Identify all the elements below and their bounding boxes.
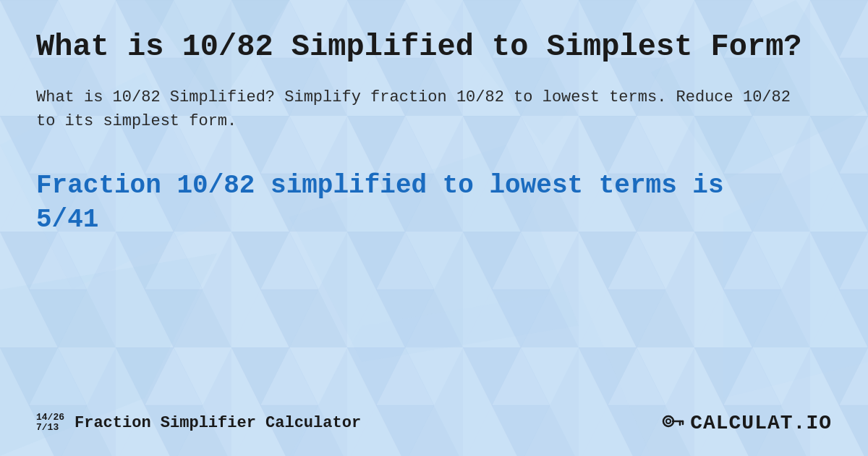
page-title: What is 10/82 Simplified to Simplest For… xyxy=(36,29,832,65)
result-heading: Fraction 10/82 simplified to lowest term… xyxy=(36,169,796,237)
footer-fractions: 14/26 7/13 xyxy=(36,413,64,434)
footer: 14/26 7/13 Fraction Simplifier Calculato… xyxy=(36,411,832,434)
key-icon xyxy=(661,411,684,434)
footer-site-title: Fraction Simplifier Calculator xyxy=(75,414,361,432)
result-section: Fraction 10/82 simplified to lowest term… xyxy=(36,169,832,411)
svg-point-25 xyxy=(666,419,671,423)
page-content: What is 10/82 Simplified to Simplest For… xyxy=(0,0,868,456)
footer-fraction-2: 7/13 xyxy=(36,423,64,433)
page-description: What is 10/82 Simplified? Simplify fract… xyxy=(36,85,796,133)
footer-fraction-1: 14/26 xyxy=(36,413,64,423)
logo-area: CALCULAT.IO xyxy=(661,411,832,434)
logo-text: CALCULAT.IO xyxy=(690,412,832,434)
